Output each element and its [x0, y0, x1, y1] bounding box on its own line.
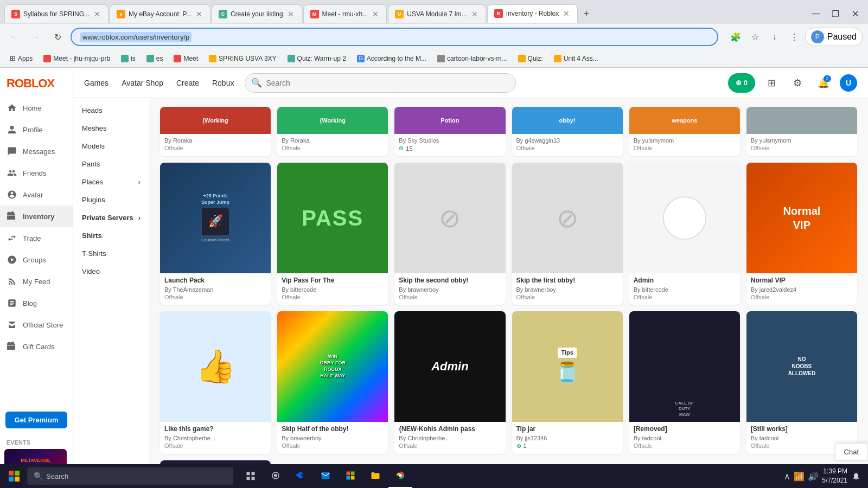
- item-skip-second[interactable]: ⊘ Skip the second obby! By brawnerboy Of…: [394, 163, 505, 305]
- taskbar-dropbox[interactable]: [289, 464, 312, 488]
- partial-item-4[interactable]: obby! By g4swaggin13 Offsale: [512, 107, 623, 156]
- tab-5[interactable]: U USVA Module 7 Im... ✕: [388, 4, 486, 23]
- bookmark-spring[interactable]: SPRING USVA 3XY: [205, 53, 280, 64]
- maximize-button[interactable]: ❐: [827, 5, 844, 22]
- settings-button[interactable]: ⋮: [786, 28, 803, 46]
- taskbar-taskview[interactable]: [239, 464, 263, 488]
- bookmark-cartoon[interactable]: cartoon-labor-vs-m...: [433, 53, 512, 64]
- bookmark-quiz[interactable]: Quiz: Warm-up 2: [283, 53, 350, 64]
- item-normal-vip[interactable]: NormalVIP Normal VIP By jared2valdez4 Of…: [746, 163, 857, 305]
- sidebar-item-messages[interactable]: Messages: [0, 140, 73, 162]
- sidebar-item-friends[interactable]: Friends: [0, 162, 73, 184]
- category-t-shirts[interactable]: T-Shirts: [73, 245, 149, 262]
- notification-button[interactable]: 🔔 2: [814, 73, 833, 93]
- nav-create[interactable]: Create: [176, 76, 199, 89]
- start-button[interactable]: [2, 464, 26, 488]
- item-like-game[interactable]: 👍 Like this game? By Christopherbe... Of…: [160, 311, 271, 454]
- downloads-button[interactable]: ↓: [766, 28, 783, 46]
- sidebar-item-profile[interactable]: Profile: [0, 119, 73, 140]
- tab-3[interactable]: C Create your listing ✕: [212, 4, 302, 23]
- item-kohls-admin[interactable]: Admin {NEW-Kohls Admin pass By Christoph…: [394, 311, 505, 454]
- category-places[interactable]: Places ›: [73, 173, 149, 191]
- sidebar-item-avatar[interactable]: Avatar: [0, 184, 73, 206]
- tab-6-close[interactable]: ✕: [562, 8, 571, 19]
- tray-time[interactable]: 1:39 PM 5/7/2021: [822, 467, 847, 485]
- category-heads[interactable]: Heads: [73, 101, 149, 119]
- new-tab-button[interactable]: +: [579, 6, 594, 21]
- bookmark-is[interactable]: is: [117, 53, 140, 64]
- partial-item-3[interactable]: Potion By Sky Studios ⊛15: [394, 107, 505, 156]
- category-private-servers[interactable]: Private Servers ›: [73, 209, 149, 227]
- sidebar-item-home[interactable]: Home: [0, 97, 73, 119]
- nav-avatar-shop[interactable]: Avatar Shop: [122, 76, 163, 89]
- bookmark-unit[interactable]: Unit 4 Ass...: [550, 53, 603, 64]
- minimize-button[interactable]: —: [807, 5, 825, 22]
- tray-volume-icon[interactable]: 🔊: [808, 471, 819, 481]
- address-input[interactable]: www.roblox.com/users/inventory/p: [71, 28, 718, 46]
- chat-button[interactable]: Chat: [835, 443, 868, 461]
- tray-up-icon[interactable]: ∧: [784, 471, 790, 481]
- item-launch-pack[interactable]: +25 Points Super Jump 🚀 Launch beats Lau…: [160, 163, 271, 305]
- category-pants[interactable]: Pants: [73, 155, 149, 173]
- tray-network-icon[interactable]: 📶: [794, 471, 805, 481]
- item-tip-jar[interactable]: Tips 🫙 Tip jar By jjs12346 ⊛ 1: [512, 311, 623, 454]
- taskbar-search-box[interactable]: 🔍 Search: [27, 467, 233, 485]
- tab-2-close[interactable]: ✕: [195, 9, 203, 20]
- item-removed[interactable]: CALL OFDUTYMAW [Removed] By tadcool Offs…: [629, 311, 740, 454]
- bookmark-apps[interactable]: ⊞ Apps: [5, 53, 37, 64]
- taskbar-store[interactable]: [339, 464, 362, 488]
- item-skip-half[interactable]: WINOBBY FORROBUXHALF WAY Skip Half of th…: [277, 311, 388, 454]
- grid-view-button[interactable]: ⊞: [762, 73, 781, 93]
- extensions-button[interactable]: 🧩: [727, 28, 744, 46]
- sidebar-item-blog[interactable]: Blog: [0, 292, 73, 314]
- item-vip-pass[interactable]: PASS Vip Pass For The By bittercode Offs…: [277, 163, 388, 305]
- forward-button[interactable]: →: [27, 28, 44, 46]
- bookmark-quiz2[interactable]: Quiz:: [514, 53, 547, 64]
- bookmark-es[interactable]: es: [142, 53, 168, 64]
- profile-button[interactable]: P Paused: [805, 28, 863, 46]
- profile-menu-button[interactable]: U: [840, 74, 857, 92]
- item-skip-first[interactable]: ⊘ Skip the first obby! By brawnerboy Off…: [512, 163, 623, 305]
- item-admin[interactable]: Admin By bittercode Offsale: [629, 163, 740, 305]
- bookmark-meet2[interactable]: Meet: [169, 53, 202, 64]
- tab-4[interactable]: M Meet - rmu-xh... ✕: [303, 4, 387, 23]
- tab-1[interactable]: S Syllabus for SPRING... ✕: [4, 4, 108, 23]
- taskbar-files[interactable]: [363, 464, 387, 488]
- nav-games[interactable]: Games: [84, 76, 108, 89]
- tab-6[interactable]: R Inventory - Roblox ✕: [487, 4, 578, 23]
- partial-item-1[interactable]: (Working By Roraka Offsale: [160, 107, 271, 156]
- taskbar-chrome[interactable]: [388, 464, 412, 488]
- back-button[interactable]: ←: [5, 28, 23, 46]
- nav-robux[interactable]: Robux: [212, 76, 234, 89]
- reload-button[interactable]: ↻: [49, 28, 66, 46]
- tab-2[interactable]: e My eBay Account: P... ✕: [110, 4, 210, 23]
- bookmark-google[interactable]: G According to the M...: [353, 53, 431, 64]
- item-still-works[interactable]: NONOOBSALLOWED [Still works] By tadcool …: [746, 311, 857, 454]
- sidebar-item-giftcards[interactable]: Gift Cards: [0, 336, 73, 357]
- category-meshes[interactable]: Meshes: [73, 119, 149, 137]
- tab-4-close[interactable]: ✕: [371, 9, 380, 20]
- category-models[interactable]: Models: [73, 137, 149, 155]
- close-window-button[interactable]: ✕: [846, 5, 864, 22]
- sidebar-item-groups[interactable]: Groups: [0, 249, 73, 271]
- category-plugins[interactable]: Plugins: [73, 191, 149, 209]
- taskbar-mail[interactable]: [314, 464, 337, 488]
- sidebar-item-inventory[interactable]: Inventory: [0, 206, 73, 227]
- partial-item-5[interactable]: weapons By yuismymom Offsale: [629, 107, 740, 156]
- tab-3-close[interactable]: ✕: [286, 9, 295, 20]
- settings-button[interactable]: ⚙: [788, 73, 807, 93]
- category-video[interactable]: Video: [73, 262, 149, 280]
- category-shirts[interactable]: Shirts: [73, 227, 149, 245]
- sidebar-item-myfeed[interactable]: My Feed: [0, 271, 73, 292]
- taskbar-cortana[interactable]: [264, 464, 288, 488]
- sidebar-item-trade[interactable]: Trade: [0, 227, 73, 249]
- partial-item-6[interactable]: By yuismymom Offsale: [746, 107, 857, 156]
- tab-5-close[interactable]: ✕: [470, 9, 479, 20]
- robux-button[interactable]: ⊛ 0: [728, 73, 755, 93]
- tab-1-close[interactable]: ✕: [93, 9, 101, 20]
- sidebar-item-officialstore[interactable]: Official Store: [0, 314, 73, 336]
- notification-center-button[interactable]: [851, 464, 861, 488]
- search-input[interactable]: [245, 73, 516, 93]
- bookmark-button[interactable]: ☆: [746, 28, 764, 46]
- partial-item-2[interactable]: (Working By Roraka Offsale: [277, 107, 388, 156]
